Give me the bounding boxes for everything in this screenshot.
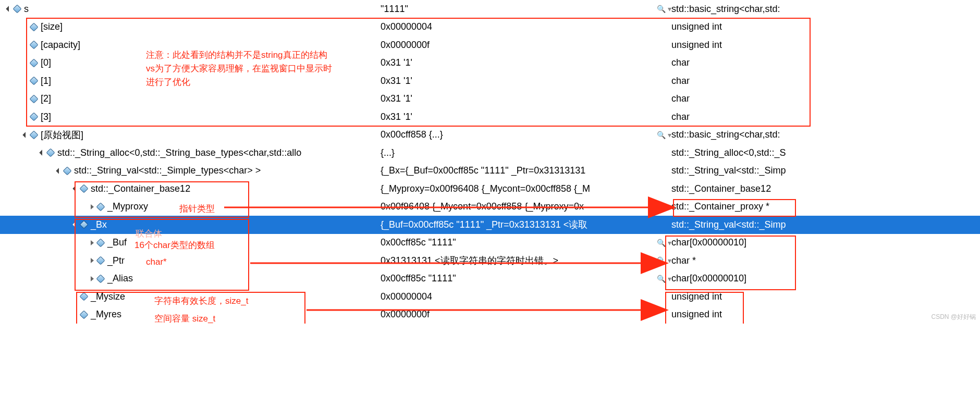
watch-name-cell[interactable]: [1] bbox=[0, 76, 381, 86]
variable-icon bbox=[80, 293, 88, 300]
watch-row[interactable]: std::_Container_base12{_Myproxy=0x00f964… bbox=[0, 180, 980, 198]
watch-row[interactable]: s"1111"🔍 ▾std::basic_string<char,std: bbox=[0, 0, 980, 18]
watch-type-cell: std::_String_val<std::_Simp bbox=[671, 219, 980, 230]
visualizer-cell: 🔍 ▾ bbox=[657, 5, 671, 13]
visualizer-cell: 🔍 ▾ bbox=[657, 275, 671, 283]
variable-icon bbox=[80, 185, 88, 192]
visualizer-cell: 🔍 ▾ bbox=[657, 239, 671, 247]
watch-name-text: std::_String_val<std::_Simple_types<char… bbox=[74, 165, 261, 176]
expander-spacer bbox=[71, 310, 80, 319]
watch-row[interactable]: [2]0x31 '1'char bbox=[0, 90, 980, 108]
watch-type-cell: char bbox=[671, 93, 980, 104]
watch-row[interactable]: std::_String_alloc<0,std::_String_base_t… bbox=[0, 144, 980, 162]
watch-name-text: s bbox=[24, 4, 29, 15]
watch-type-cell: char bbox=[671, 112, 980, 122]
variable-icon bbox=[14, 5, 21, 13]
watch-row[interactable]: _Mysize0x00000004unsigned int bbox=[0, 288, 980, 306]
watch-type-cell: char bbox=[671, 76, 980, 86]
watch-name-cell[interactable]: _Bx bbox=[0, 219, 381, 230]
watch-type-cell: unsigned int bbox=[671, 40, 980, 51]
expander-spacer bbox=[21, 112, 30, 121]
watch-name-cell[interactable]: std::_String_alloc<0,std::_String_base_t… bbox=[0, 147, 381, 158]
visualizer-icon[interactable]: 🔍 ▾ bbox=[657, 239, 671, 247]
watch-row[interactable]: _Myres0x0000000funsigned int bbox=[0, 306, 980, 324]
expander-icon[interactable] bbox=[71, 220, 80, 229]
expander-icon[interactable] bbox=[54, 166, 64, 176]
watch-name-cell[interactable]: _Alias bbox=[0, 273, 381, 284]
visualizer-icon[interactable]: 🔍 ▾ bbox=[657, 5, 671, 13]
expander-icon[interactable] bbox=[71, 184, 80, 193]
watch-value-cell: 0x00cff85c "1111" bbox=[381, 273, 657, 284]
watch-name-text: _Myres bbox=[91, 309, 121, 320]
watch-name-cell[interactable]: _Myres bbox=[0, 309, 381, 320]
watch-value-cell: 0x0000000f bbox=[381, 309, 657, 320]
watch-value-cell: 0x31 '1' bbox=[381, 93, 657, 104]
watch-name-cell[interactable]: [3] bbox=[0, 112, 381, 122]
watch-type-cell: char bbox=[671, 57, 980, 68]
watch-type-cell: std::_String_alloc<0,std::_S bbox=[671, 147, 980, 158]
watch-value-cell: 0x00cff85c "1111" bbox=[381, 237, 657, 248]
visualizer-icon[interactable]: 🔍 ▾ bbox=[657, 256, 671, 265]
expander-spacer bbox=[21, 22, 30, 32]
watch-row[interactable]: _Buf0x00cff85c "1111"🔍 ▾char[0x00000010] bbox=[0, 234, 980, 252]
watch-value-cell: 0x00f96408 {_Mycont=0x00cff858 {_Myproxy… bbox=[381, 201, 657, 212]
watch-name-cell[interactable]: [2] bbox=[0, 93, 381, 104]
expander-icon[interactable] bbox=[88, 256, 97, 265]
watch-name-cell[interactable]: _Mysize bbox=[0, 291, 381, 302]
watch-row[interactable]: _Ptr0x31313131 <读取字符串的字符时出错。>🔍 ▾char * bbox=[0, 252, 980, 270]
visualizer-icon[interactable]: 🔍 ▾ bbox=[657, 275, 671, 283]
watch-row[interactable]: [size]0x00000004unsigned int bbox=[0, 18, 980, 36]
watch-name-cell[interactable]: std::_Container_base12 bbox=[0, 183, 381, 194]
variable-icon bbox=[80, 221, 88, 228]
watch-name-text: std::_String_alloc<0,std::_String_base_t… bbox=[57, 147, 301, 158]
watch-name-cell[interactable]: _Buf bbox=[0, 237, 381, 248]
watch-name-text: _Bx bbox=[91, 219, 107, 230]
watch-type-cell: char * bbox=[671, 255, 980, 266]
watch-row[interactable]: [1]0x31 '1'char bbox=[0, 72, 980, 90]
expander-icon[interactable] bbox=[21, 130, 30, 140]
watch-name-text: _Buf bbox=[107, 237, 127, 248]
watch-value-cell: 0x00000004 bbox=[381, 291, 657, 302]
watch-type-cell: unsigned int bbox=[671, 21, 980, 32]
watch-name-text: [capacity] bbox=[41, 40, 80, 51]
expander-icon[interactable] bbox=[38, 148, 47, 157]
watch-row[interactable]: _Bx{_Buf=0x00cff85c "1111" _Ptr=0x313131… bbox=[0, 216, 980, 234]
watch-name-cell[interactable]: [size] bbox=[0, 21, 381, 32]
watch-value-cell: {_Myproxy=0x00f96408 {_Mycont=0x00cff858… bbox=[381, 183, 657, 194]
watch-row[interactable]: [0]0x31 '1'char bbox=[0, 54, 980, 72]
watch-name-cell[interactable]: [capacity] bbox=[0, 40, 381, 51]
variable-icon bbox=[80, 311, 88, 318]
watch-name-text: _Alias bbox=[107, 273, 133, 284]
watch-name-text: std::_Container_base12 bbox=[91, 183, 190, 194]
variable-icon bbox=[30, 59, 38, 67]
watch-value-cell: {_Bx={_Buf=0x00cff85c "1111" _Ptr=0x3131… bbox=[381, 165, 657, 176]
watch-name-text: [3] bbox=[41, 112, 51, 122]
watch-name-cell[interactable]: s bbox=[0, 4, 381, 15]
variable-icon bbox=[30, 41, 38, 48]
watch-value-cell: {...} bbox=[381, 147, 657, 158]
expander-spacer bbox=[21, 76, 30, 85]
watch-row[interactable]: [3]0x31 '1'char bbox=[0, 108, 980, 126]
watch-value-cell: 0x00000004 bbox=[381, 21, 657, 32]
watch-row[interactable]: std::_String_val<std::_Simple_types<char… bbox=[0, 162, 980, 180]
variable-icon bbox=[64, 167, 71, 175]
visualizer-icon[interactable]: 🔍 ▾ bbox=[657, 131, 671, 139]
expander-icon[interactable] bbox=[88, 274, 97, 283]
watch-type-cell: std::_Container_base12 bbox=[671, 183, 980, 194]
watch-row[interactable]: [capacity]0x0000000funsigned int bbox=[0, 36, 980, 54]
watch-name-cell[interactable]: _Ptr bbox=[0, 255, 381, 266]
watch-name-cell[interactable]: _Myproxy bbox=[0, 201, 381, 212]
expander-icon[interactable] bbox=[4, 4, 14, 14]
watch-value-cell: {_Buf=0x00cff85c "1111" _Ptr=0x31313131 … bbox=[381, 218, 657, 231]
expander-icon[interactable] bbox=[88, 202, 97, 212]
expander-icon[interactable] bbox=[88, 238, 97, 247]
watch-row[interactable]: _Myproxy0x00f96408 {_Mycont=0x00cff858 {… bbox=[0, 198, 980, 216]
watch-row[interactable]: _Alias0x00cff85c "1111"🔍 ▾char[0x0000001… bbox=[0, 270, 980, 288]
watch-name-text: [size] bbox=[41, 21, 63, 32]
watch-type-cell: std::basic_string<char,std: bbox=[671, 4, 980, 15]
watch-name-cell[interactable]: [原始视图] bbox=[0, 129, 381, 141]
watch-name-cell[interactable]: [0] bbox=[0, 57, 381, 68]
watch-type-cell: std::_String_val<std::_Simp bbox=[671, 165, 980, 176]
watch-name-cell[interactable]: std::_String_val<std::_Simple_types<char… bbox=[0, 165, 381, 176]
watch-row[interactable]: [原始视图]0x00cff858 {...}🔍 ▾std::basic_stri… bbox=[0, 126, 980, 144]
